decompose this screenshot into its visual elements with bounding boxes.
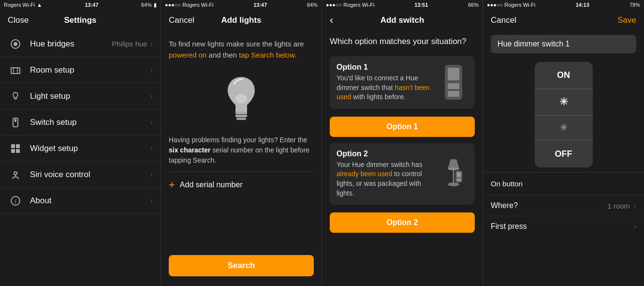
option2-button[interactable]: Option 2 bbox=[330, 212, 475, 233]
status-bar-left-4: ●●●○○ Rogers Wi-Fi bbox=[487, 2, 535, 8]
widget-setup-icon bbox=[8, 141, 23, 156]
status-bar-3: ●●●○○ Rogers Wi-Fi 13:51 66% bbox=[322, 0, 483, 10]
brighten-button[interactable]: ☀ bbox=[535, 89, 593, 116]
where-chevron: › bbox=[634, 202, 636, 210]
menu-item-siri[interactable]: Siri voice control › bbox=[0, 162, 161, 188]
cancel-button-2[interactable]: Cancel bbox=[169, 15, 194, 25]
battery-1: 64% bbox=[141, 2, 152, 8]
chevron-icon-0: › bbox=[150, 40, 153, 48]
time-1: 13:47 bbox=[85, 2, 98, 8]
status-bar-right-2: 64% bbox=[307, 2, 318, 8]
add-serial-icon: + bbox=[169, 179, 175, 191]
chevron-icon-1: › bbox=[150, 66, 153, 75]
chevron-icon-3: › bbox=[150, 118, 153, 127]
svg-rect-22 bbox=[448, 91, 459, 97]
time-2: 13:47 bbox=[253, 2, 267, 8]
battery-icon-1: ▮ bbox=[154, 2, 157, 8]
svg-text:i: i bbox=[15, 197, 16, 205]
on-button-label: On button bbox=[491, 180, 523, 188]
battery-2: 64% bbox=[307, 2, 318, 8]
dim-button[interactable]: ✳ bbox=[535, 116, 593, 140]
off-button[interactable]: OFF bbox=[535, 140, 593, 167]
instruction-prefix: To find new lights make sure the lights … bbox=[169, 40, 304, 48]
widget-setup-label: Widget setup bbox=[30, 144, 150, 153]
menu-item-light-setup[interactable]: Light setup › bbox=[0, 83, 161, 109]
switch-visual: ON ☀ ✳ OFF bbox=[483, 57, 644, 172]
menu-item-about[interactable]: i About › bbox=[0, 188, 161, 214]
first-press-row[interactable]: First press › bbox=[483, 216, 644, 237]
switch-question: Which option matches your situation? bbox=[322, 31, 483, 52]
hue-bridges-icon bbox=[8, 36, 23, 52]
add-lights-panel: ●●●○○ Rogers Wi-Fi 13:47 64% Cancel Add … bbox=[161, 0, 322, 286]
add-serial-row[interactable]: + Add serial number bbox=[169, 171, 314, 198]
svg-rect-4 bbox=[15, 98, 16, 99]
menu-item-hue-bridges[interactable]: Hue bridges Philips hue › bbox=[0, 31, 161, 57]
option1-text: Option 1 You'd like to connect a Hue dim… bbox=[337, 63, 433, 102]
battery-4: 79% bbox=[629, 2, 640, 8]
where-value: 1 room › bbox=[607, 202, 636, 210]
room-setup-label: Room setup bbox=[30, 65, 150, 75]
first-press-chevron: › bbox=[634, 222, 636, 231]
instruction-middle: and then bbox=[206, 51, 239, 59]
svg-rect-28 bbox=[457, 179, 461, 181]
svg-rect-15 bbox=[235, 112, 247, 114]
nav-bar-3: ‹ Add switch bbox=[322, 10, 483, 31]
svg-point-23 bbox=[448, 182, 459, 186]
instruction-text: To find new lights make sure the lights … bbox=[169, 39, 314, 60]
menu-item-switch-setup[interactable]: Switch setup › bbox=[0, 109, 161, 135]
serial-section: Having problems finding your lights? Ent… bbox=[169, 135, 314, 198]
nav-bar-1: Close Settings bbox=[0, 10, 161, 31]
about-label: About bbox=[30, 196, 150, 206]
svg-rect-16 bbox=[235, 115, 247, 117]
save-button[interactable]: Save bbox=[617, 15, 636, 25]
siri-icon bbox=[8, 167, 23, 182]
svg-rect-8 bbox=[16, 144, 20, 148]
first-press-label: First press bbox=[491, 222, 527, 231]
cancel-button-4[interactable]: Cancel bbox=[491, 15, 516, 25]
switch-name-input[interactable] bbox=[491, 35, 636, 53]
chevron-icon-5: › bbox=[150, 170, 153, 179]
on-button[interactable]: ON bbox=[535, 62, 593, 89]
option2-text: Option 2 Your Hue dimmer switch has alre… bbox=[337, 150, 433, 198]
status-bar-left-3: ●●●○○ Rogers Wi-Fi bbox=[326, 2, 374, 8]
carrier-4: ●●●○○ Rogers Wi-Fi bbox=[487, 2, 535, 8]
tap-search-text: tap Search below. bbox=[239, 51, 296, 59]
on-button-section: On button bbox=[483, 172, 644, 195]
status-bar-right-1: 64% ▮ bbox=[141, 2, 157, 8]
svg-point-18 bbox=[235, 94, 247, 104]
svg-rect-7 bbox=[11, 144, 15, 148]
nav-bar-4: Cancel Save bbox=[483, 10, 644, 31]
back-button[interactable]: ‹ bbox=[330, 14, 333, 27]
nav-bar-2: Cancel Add lights bbox=[161, 10, 322, 31]
add-switch-panel: ●●●○○ Rogers Wi-Fi 13:51 66% ‹ Add switc… bbox=[322, 0, 483, 286]
option1-title: Option 1 bbox=[337, 63, 433, 72]
settings-title: Settings bbox=[64, 15, 96, 25]
settings-panel: Rogers Wi-Fi ▲ 13:47 64% ▮ Close Setting… bbox=[0, 0, 161, 286]
wifi-icon-1: ▲ bbox=[37, 2, 42, 8]
option1-button[interactable]: Option 1 bbox=[330, 117, 475, 137]
menu-item-room-setup[interactable]: Room setup › bbox=[0, 57, 161, 83]
where-label: Where? bbox=[491, 201, 518, 210]
hue-bridges-value: Philips hue bbox=[112, 40, 147, 48]
option2-image bbox=[439, 150, 468, 188]
search-btn-container: Search bbox=[161, 249, 322, 286]
hue-bridges-label: Hue bridges bbox=[30, 39, 112, 49]
powered-on-text: powered on bbox=[169, 51, 206, 59]
serial-prefix: Having problems finding your lights? Ent… bbox=[169, 136, 307, 144]
status-bar-right-3: 66% bbox=[468, 2, 479, 8]
svg-rect-10 bbox=[16, 149, 20, 153]
menu-item-widget-setup[interactable]: Widget setup › bbox=[0, 135, 161, 162]
room-setup-icon bbox=[8, 62, 23, 78]
close-button[interactable]: Close bbox=[8, 15, 29, 25]
chevron-icon-2: › bbox=[150, 92, 153, 101]
chevron-icon-6: › bbox=[150, 196, 153, 205]
add-switch-title: Add switch bbox=[381, 15, 424, 25]
where-row[interactable]: Where? 1 room › bbox=[483, 195, 644, 216]
status-bar-2: ●●●○○ Rogers Wi-Fi 13:47 64% bbox=[161, 0, 322, 10]
carrier-3: ●●●○○ Rogers Wi-Fi bbox=[326, 2, 374, 8]
switch-config-panel: ●●●○○ Rogers Wi-Fi 14:13 79% Cancel Save… bbox=[483, 0, 644, 286]
svg-point-1 bbox=[14, 42, 17, 46]
switch-setup-label: Switch setup bbox=[30, 118, 150, 127]
bulb-svg bbox=[222, 72, 261, 125]
search-button[interactable]: Search bbox=[169, 255, 314, 276]
